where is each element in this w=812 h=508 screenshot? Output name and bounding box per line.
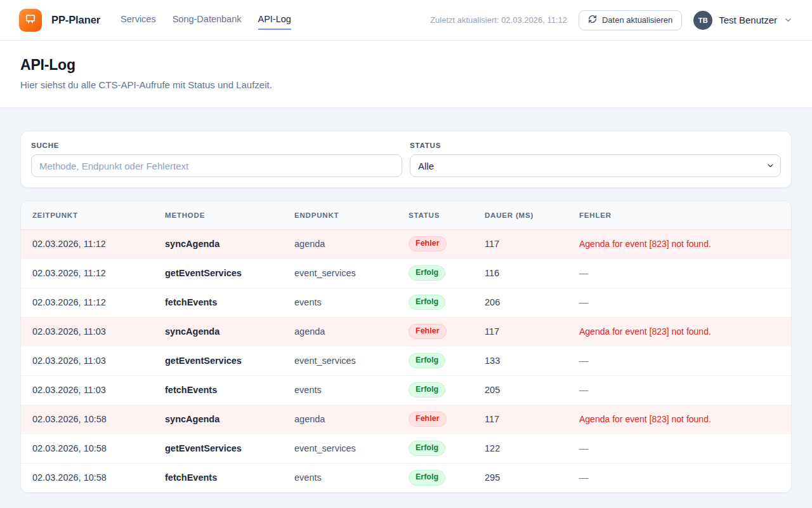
column-header-status: STATUS [397,201,473,229]
search-input[interactable] [31,154,402,177]
table-row: 02.03.2026, 11:03 getEventServices event… [21,346,791,375]
status-badge: Erfolg [409,382,445,398]
nav-item-api-log[interactable]: API-Log [258,10,291,30]
brand-name: PP-Planer [51,14,100,26]
column-header-dauer: DAUER (MS) [473,201,568,229]
cell-dauer: 206 [473,288,568,317]
cell-fehler: — [568,288,791,317]
cell-zeitpunkt: 02.03.2026, 11:03 [21,317,154,346]
cell-fehler: Agenda for event [823] not found. [568,404,791,434]
cell-endpunkt: event_services [283,434,397,463]
page-header: API-Log Hier siehst du alle CTS-API-Aufr… [0,41,812,108]
cell-methode: syncAgenda [154,317,283,346]
table-row: 02.03.2026, 11:03 syncAgenda agenda Fehl… [21,317,791,346]
log-table-body: 02.03.2026, 11:12 syncAgenda agenda Fehl… [21,229,791,492]
search-field-group: SUCHE [31,142,402,177]
cell-zeitpunkt: 02.03.2026, 11:03 [21,375,154,404]
cell-endpunkt: event_services [283,258,397,288]
refresh-icon [588,15,597,25]
status-badge: Fehler [409,236,447,252]
cell-endpunkt: agenda [283,317,397,346]
app-logo [19,9,42,32]
refresh-button-label: Daten aktualisieren [602,15,672,25]
nav-item-services[interactable]: Services [121,10,156,30]
cell-dauer: 295 [473,463,568,492]
cell-zeitpunkt: 02.03.2026, 10:58 [21,434,154,463]
cell-status: Fehler [397,229,473,258]
status-badge: Erfolg [409,353,445,369]
cell-fehler: — [568,346,791,375]
cell-methode: syncAgenda [154,404,283,434]
cell-zeitpunkt: 02.03.2026, 11:12 [21,258,154,288]
user-name: Test Benutzer [719,15,777,25]
cell-endpunkt: events [283,463,397,492]
status-badge: Fehler [409,411,447,427]
cell-methode: fetchEvents [154,463,283,492]
table-row: 02.03.2026, 11:12 fetchEvents events Erf… [21,288,791,317]
cell-status: Erfolg [397,258,473,288]
cell-fehler: — [568,375,791,404]
cell-endpunkt: agenda [283,404,397,434]
cell-status: Fehler [397,317,473,346]
cell-status: Erfolg [397,463,473,492]
cell-dauer: 133 [473,346,568,375]
refresh-data-button[interactable]: Daten aktualisieren [579,10,682,30]
cell-fehler: Agenda for event [823] not found. [568,229,791,258]
table-row: 02.03.2026, 10:58 getEventServices event… [21,434,791,463]
column-header-fehler: FEHLER [568,201,791,229]
cell-zeitpunkt: 02.03.2026, 10:58 [21,463,154,492]
cell-dauer: 205 [473,375,568,404]
cell-endpunkt: events [283,375,397,404]
page-title: API-Log [20,57,792,74]
column-header-zeitpunkt: ZEITPUNKT [21,201,154,229]
cell-dauer: 117 [473,404,568,434]
cell-fehler: — [568,434,791,463]
presentation-icon [24,13,37,28]
cell-zeitpunkt: 02.03.2026, 11:12 [21,229,154,258]
main-nav: Services Song-Datenbank API-Log [121,10,291,30]
cell-status: Erfolg [397,375,473,404]
chevron-down-icon [783,15,793,25]
cell-dauer: 117 [473,317,568,346]
last-updated-text: Zuletzt aktualisiert: 02.03.2026, 11:12 [430,15,567,25]
cell-endpunkt: events [283,288,397,317]
table-row: 02.03.2026, 10:58 fetchEvents events Erf… [21,463,791,492]
table-row: 02.03.2026, 11:12 getEventServices event… [21,258,791,288]
status-field-group: STATUS Alle [410,142,781,177]
cell-fehler: — [568,258,791,288]
user-menu[interactable]: TB Test Benutzer [693,11,793,30]
main-content: SUCHE STATUS Alle [0,108,812,493]
cell-status: Erfolg [397,346,473,375]
status-badge: Erfolg [409,295,445,311]
top-navbar: PP-Planer Services Song-Datenbank API-Lo… [0,0,812,41]
cell-zeitpunkt: 02.03.2026, 11:12 [21,288,154,317]
table-row: 02.03.2026, 10:58 syncAgenda agenda Fehl… [21,404,791,434]
status-badge: Erfolg [409,470,445,486]
column-header-endpunkt: ENDPUNKT [283,201,397,229]
cell-methode: fetchEvents [154,288,283,317]
api-log-table-card: ZEITPUNKT METHODE ENDPUNKT STATUS DAUER … [20,201,792,493]
cell-methode: fetchEvents [154,375,283,404]
table-row: 02.03.2026, 11:03 fetchEvents events Erf… [21,375,791,404]
cell-dauer: 116 [473,258,568,288]
cell-status: Erfolg [397,288,473,317]
avatar: TB [693,11,712,30]
cell-dauer: 117 [473,229,568,258]
cell-status: Erfolg [397,434,473,463]
cell-fehler: Agenda for event [823] not found. [568,317,791,346]
status-select[interactable]: Alle [410,154,781,177]
filter-card: SUCHE STATUS Alle [20,131,792,188]
status-badge: Fehler [409,324,447,340]
status-label: STATUS [410,142,781,149]
cell-methode: syncAgenda [154,229,283,258]
cell-zeitpunkt: 02.03.2026, 10:58 [21,404,154,434]
page-subtitle: Hier siehst du alle CTS-API-Aufrufe mit … [20,79,792,90]
cell-zeitpunkt: 02.03.2026, 11:03 [21,346,154,375]
nav-item-song-datenbank[interactable]: Song-Datenbank [173,10,242,30]
search-label: SUCHE [31,142,402,149]
cell-fehler: — [568,463,791,492]
cell-status: Fehler [397,404,473,434]
table-header: ZEITPUNKT METHODE ENDPUNKT STATUS DAUER … [21,201,791,229]
column-header-methode: METHODE [154,201,283,229]
cell-endpunkt: event_services [283,346,397,375]
